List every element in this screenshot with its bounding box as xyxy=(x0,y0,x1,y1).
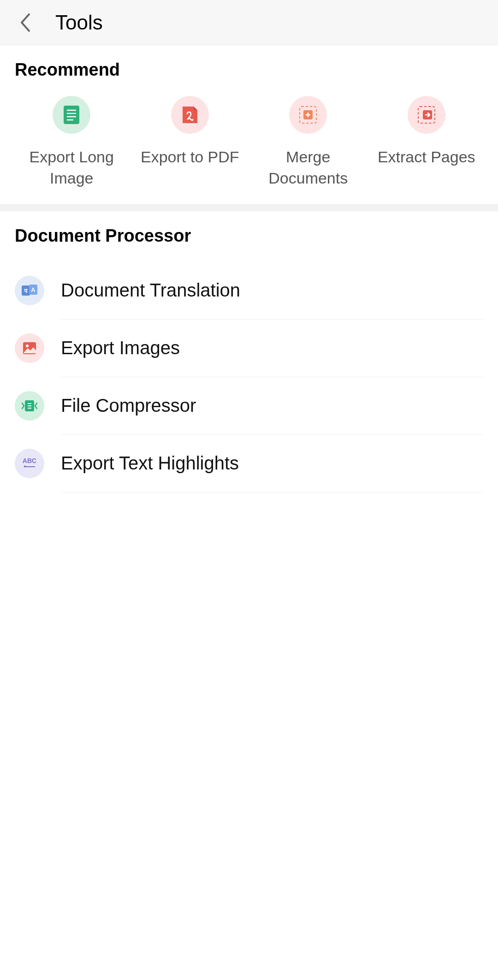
svg-text:प: प xyxy=(24,287,28,294)
recommend-extract-pages[interactable]: Extract Pages xyxy=(370,96,484,189)
header: Tools xyxy=(0,0,498,45)
list-label: Export Text Highlights xyxy=(61,453,239,474)
svg-text:ABC: ABC xyxy=(23,457,36,464)
recommend-label: Extract Pages xyxy=(378,147,475,168)
file-compressor-icon xyxy=(15,391,44,421)
processor-title: Document Processor xyxy=(15,226,483,246)
chevron-left-icon xyxy=(19,12,32,33)
svg-rect-0 xyxy=(64,106,79,124)
export-to-pdf-icon xyxy=(171,96,209,134)
svg-text:✦: ✦ xyxy=(23,464,27,469)
svg-point-16 xyxy=(26,344,29,347)
section-separator xyxy=(0,204,498,211)
processor-export-images[interactable]: Export Images xyxy=(15,320,483,377)
list-label: Document Translation xyxy=(61,280,240,301)
extract-pages-icon xyxy=(408,96,445,134)
list-label: File Compressor xyxy=(61,395,196,416)
list-divider xyxy=(61,492,483,493)
recommend-merge-documents[interactable]: Merge Documents xyxy=(251,96,365,189)
processor-document-translation[interactable]: प A Document Translation xyxy=(15,262,483,319)
recommend-label: Export Long Image xyxy=(15,147,129,189)
recommend-section: Recommend Export Long Image xyxy=(0,45,498,204)
recommend-export-to-pdf[interactable]: Export to PDF xyxy=(133,96,247,189)
export-images-icon xyxy=(15,333,44,363)
processor-section: Document Processor प A Document Translat… xyxy=(0,211,498,507)
page-title: Tools xyxy=(55,11,103,34)
processor-file-compressor[interactable]: File Compressor xyxy=(15,377,483,434)
recommend-title: Recommend xyxy=(15,60,483,80)
recommend-grid: Export Long Image Export to PDF xyxy=(15,96,483,189)
recommend-label: Merge Documents xyxy=(251,147,365,189)
back-button[interactable] xyxy=(14,11,37,34)
document-translation-icon: प A xyxy=(15,276,44,305)
svg-text:A: A xyxy=(31,286,36,293)
list-label: Export Images xyxy=(61,338,180,358)
recommend-label: Export to PDF xyxy=(141,147,239,168)
export-long-image-icon xyxy=(53,96,90,134)
processor-export-text-highlights[interactable]: ABC ✦ Export Text Highlights xyxy=(15,435,483,492)
recommend-export-long-image[interactable]: Export Long Image xyxy=(15,96,129,189)
export-text-highlights-icon: ABC ✦ xyxy=(15,449,44,478)
merge-documents-icon xyxy=(289,96,327,134)
